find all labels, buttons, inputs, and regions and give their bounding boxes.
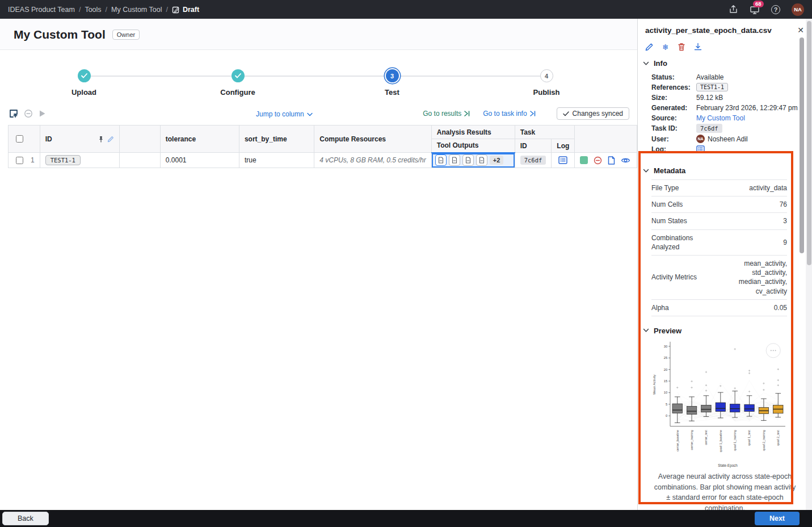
status-value: Available xyxy=(696,73,723,81)
preview-section-header[interactable]: Preview xyxy=(638,316,812,335)
metadata-label: Activity Metrics xyxy=(651,273,715,282)
metadata-row: Num Cells76 xyxy=(651,196,787,212)
more-outputs-badge[interactable]: +2 xyxy=(490,156,504,165)
metadata-row: File Typeactivity_data xyxy=(651,179,787,196)
svg-text:quad 2_training: quad 2_training xyxy=(762,430,765,451)
avatar[interactable]: NA xyxy=(792,3,804,16)
stepper: Upload Configure 3 Test 4 Publish xyxy=(0,50,637,107)
go-to-task-info-label: Go to task info xyxy=(483,110,527,118)
info-rows: Status:Available References:TEST1-1 Size… xyxy=(638,68,812,153)
go-to-task-info[interactable]: Go to task info xyxy=(483,110,536,118)
row-id-badge[interactable]: TEST1-1 xyxy=(45,155,81,165)
changes-synced-button[interactable]: Changes synced xyxy=(557,107,629,120)
metadata-label: Combinations Analyzed xyxy=(651,233,715,252)
run-icon[interactable] xyxy=(39,110,46,118)
info-label: Log: xyxy=(651,145,696,153)
log-icon[interactable] xyxy=(696,145,705,153)
metadata-label: File Type xyxy=(651,183,715,193)
chevron-down-icon xyxy=(643,328,649,333)
log-table-icon[interactable] xyxy=(558,156,567,164)
metadata-rows: File Typeactivity_data Num Cells76 Num S… xyxy=(651,179,787,316)
column-header-tolerance[interactable]: tolerance xyxy=(160,126,239,153)
chevron-down-icon xyxy=(643,169,649,173)
delete-icon[interactable] xyxy=(678,43,685,51)
page-scrollbar[interactable] xyxy=(806,19,812,510)
task-id-badge[interactable]: 7c6df xyxy=(696,124,722,133)
go-to-results[interactable]: Go to results xyxy=(423,110,470,118)
share-icon[interactable] xyxy=(728,5,738,15)
column-header-log[interactable]: Log xyxy=(552,139,575,153)
svg-text:State-Epoch: State-Epoch xyxy=(718,463,738,468)
add-row-icon[interactable] xyxy=(9,109,18,118)
preview-heading: Preview xyxy=(654,327,681,335)
step-number: 4 xyxy=(540,69,553,82)
column-header-sort-by-time[interactable]: sort_by_time xyxy=(239,126,314,153)
source-link[interactable]: My Custom Tool xyxy=(696,114,745,122)
avatar: NA xyxy=(696,135,705,143)
breadcrumb-tools[interactable]: Tools xyxy=(85,6,101,14)
reference-badge[interactable]: TEST1-1 xyxy=(696,83,728,91)
row-tool-outputs-cell[interactable]: +2 xyxy=(431,153,515,168)
step-label: Upload xyxy=(50,88,118,97)
column-header-task[interactable]: Task xyxy=(515,126,575,139)
output-file-icon[interactable] xyxy=(449,154,460,166)
output-file-icon[interactable] xyxy=(476,154,487,166)
jump-to-column[interactable]: Jump to column xyxy=(256,110,313,118)
breadcrumb-separator: / xyxy=(106,6,107,14)
help-icon[interactable]: ? xyxy=(771,5,780,14)
breadcrumb: IDEAS Product Team / Tools / My Custom T… xyxy=(8,6,199,14)
step-configure[interactable]: Configure xyxy=(204,69,272,97)
metadata-value: 76 xyxy=(715,200,787,209)
footer-bar: Back Next xyxy=(0,510,812,527)
info-label: Status: xyxy=(651,73,696,81)
output-file-icon[interactable] xyxy=(462,154,474,166)
row-compute-resources[interactable]: 4 vCPUs, 8 GB RAM, 0.5 credits/hr xyxy=(314,153,431,168)
output-file-icon[interactable] xyxy=(435,154,447,166)
step-test[interactable]: 3 Test xyxy=(358,69,426,97)
info-label: Task ID: xyxy=(651,124,696,132)
row-checkbox[interactable] xyxy=(16,157,23,164)
svg-text:15: 15 xyxy=(664,379,667,383)
metadata-section-header[interactable]: Metadata xyxy=(638,155,812,175)
snowflake-icon[interactable]: ❄ xyxy=(662,43,669,51)
close-icon[interactable]: ✕ xyxy=(797,26,804,34)
status-success-icon xyxy=(580,156,588,164)
column-header-task-id[interactable]: ID xyxy=(515,139,552,153)
eye-icon[interactable] xyxy=(621,157,630,164)
metadata-value: 3 xyxy=(715,216,787,225)
column-header-compute-resources[interactable]: Compute Resources xyxy=(314,126,431,153)
sidebar-scrollbar[interactable] xyxy=(800,37,804,253)
back-button[interactable]: Back xyxy=(2,512,49,525)
column-header-id[interactable]: ID xyxy=(45,135,52,143)
task-id-badge[interactable]: 7c6df xyxy=(520,156,546,165)
breadcrumb-separator: / xyxy=(166,6,167,14)
pin-icon[interactable] xyxy=(98,136,104,143)
select-all-checkbox[interactable] xyxy=(16,135,23,143)
go-to-results-label: Go to results xyxy=(423,110,461,118)
row-sort-by-time[interactable]: true xyxy=(239,153,314,168)
jump-to-column-label: Jump to column xyxy=(256,110,304,118)
skip-arrow-icon xyxy=(464,111,470,116)
boxplot-preview-chart[interactable]: 051015202530Mean Activitycenter_baseline… xyxy=(650,338,789,469)
row-tolerance[interactable]: 0.0001 xyxy=(160,153,239,168)
info-label: Generated: xyxy=(651,104,696,112)
row-number: 1 xyxy=(31,156,35,164)
edit-icon[interactable] xyxy=(107,136,114,143)
remove-row-icon[interactable] xyxy=(24,109,33,118)
column-header-analysis-results[interactable]: Analysis Results xyxy=(431,126,515,139)
step-publish[interactable]: 4 Publish xyxy=(512,69,580,97)
forbidden-icon[interactable] xyxy=(594,156,602,165)
next-button[interactable]: Next xyxy=(755,512,800,525)
download-icon[interactable] xyxy=(694,43,702,51)
metadata-value: mean_activity, std_activity, median_acti… xyxy=(715,259,787,296)
notifications-icon[interactable]: 68 xyxy=(750,5,760,15)
edit-icon[interactable] xyxy=(645,43,654,51)
breadcrumb-project[interactable]: IDEAS Product Team xyxy=(8,6,75,14)
chevron-down-icon xyxy=(643,61,649,66)
step-upload[interactable]: Upload xyxy=(50,69,118,97)
column-header-tool-outputs[interactable]: Tool Outputs xyxy=(431,139,515,153)
document-icon[interactable] xyxy=(608,156,615,165)
breadcrumb-tool[interactable]: My Custom Tool xyxy=(111,6,162,14)
info-section-header[interactable]: Info xyxy=(638,51,812,68)
metadata-label: Num States xyxy=(651,216,715,225)
